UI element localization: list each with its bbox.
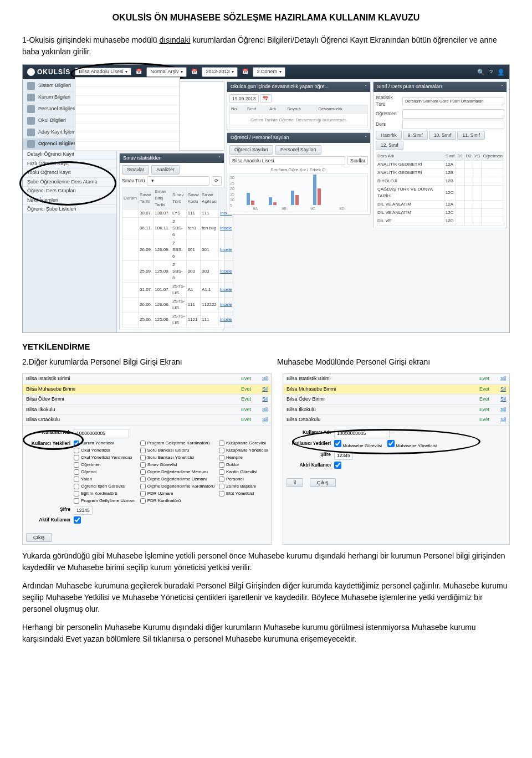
istatistik-select[interactable]: Derslerin Sınıflara Göre Puan Ortalamala… [402,97,504,105]
school-option[interactable]: Bilsa Muhasebe Birimi [75,114,180,124]
year-select[interactable]: 2012-2013 [202,67,238,77]
sidebar-subitem[interactable]: Nakil İşlemleri [23,196,116,206]
school-option[interactable]: Bilsa Ölçme Değerlendirme Birimi [75,142,180,151]
school-option[interactable]: Bilsa İlkokulu [75,96,180,105]
role-checkbox[interactable]: Hemşire [219,454,268,461]
chart-school-select[interactable]: Bilsa Anadolu Lisesi [229,156,345,166]
role-checkbox[interactable]: Program Geliştirme Kordinatörü [140,440,214,447]
ders-select[interactable] [402,120,504,129]
school-option[interactable]: Bilsa Ödev Birimi [75,132,180,142]
role-checkbox[interactable]: Zümre Başkanı [219,483,268,490]
user-icon[interactable]: 👤 [497,68,505,77]
sil-link[interactable]: Sil [493,374,509,384]
devamsiz-table: NoSınıfAdıSoyadıDevamsızlık Girilen Tari… [229,105,368,127]
role-checkbox[interactable]: Kantin Görevlisi [219,469,268,475]
table-header: No [230,105,246,114]
role-checkbox[interactable]: Etüt Yöneticisi [219,490,268,497]
role-checkbox[interactable]: Soru Bankası Editörü [140,447,214,454]
help-icon[interactable]: ? [489,68,493,77]
tab-analizler[interactable]: Analizler [151,165,180,175]
role-checkbox[interactable]: Program Geliştirme Uzmanı [74,498,136,504]
sidebar-subitem[interactable]: Toplu Öğrenci Kayıt [23,168,116,178]
kullanici-adi-input[interactable]: 10000000005 [334,429,390,438]
role-checkbox[interactable]: Öğrenci İşleri Görevlisi [74,483,136,490]
tab-ogrenci-sayilari[interactable]: Öğrenci Sayıları [229,145,273,155]
okulsis-app-screenshot: OKULSİS Bilsa Anadolu Lisesi Bilsa Anado… [22,64,510,333]
role-checkbox[interactable]: Yalan [74,476,136,483]
sil-link[interactable]: Sil [493,415,509,426]
puan-tab[interactable]: 9. Sınıf [403,131,428,140]
role-checkbox[interactable]: Sınav Görevlisi [140,462,214,468]
il-button[interactable]: il [287,478,303,487]
role-checkbox[interactable]: Okul Yöneticisi [74,447,136,454]
table-header: Sınıf [245,105,268,114]
archive-select[interactable]: Normal Arşiv [146,67,187,77]
role-checkbox[interactable]: Öğretmen [74,462,136,468]
school-dropdown-list[interactable]: Bilsa Anadolu LisesiBilsa AnaokuluBilsa … [75,77,180,151]
date-input[interactable]: 19.09.2013 [229,94,259,104]
puan-tab[interactable]: Hazırlık [376,131,402,140]
school-option[interactable]: Bilsa İstatistik Birimi [75,105,180,115]
sidebar-subitem[interactable]: Detaylı Öğrenci Kayıt [23,150,116,160]
role-checkbox[interactable]: Muhasebe Yöneticisi [387,440,437,449]
sil-link[interactable]: Sil [254,415,271,426]
search-icon[interactable]: 🔍 [477,68,485,77]
collapse-icon[interactable]: ˄ [365,135,367,141]
cikis-button[interactable]: Çıkış [26,533,52,542]
sinav-turu-select[interactable]: ▾ [147,176,209,186]
role-checkbox[interactable]: Muhasebe Görevlisi [334,440,382,449]
role-checkbox[interactable]: Doktor [219,462,268,468]
ogretmen-select[interactable] [402,109,504,119]
role-checkbox[interactable]: Kurum Yöneticisi [74,440,136,447]
sifre-input[interactable]: 12345 [334,451,353,460]
role-checkbox[interactable]: Eğitim Kordinatörü [74,490,136,497]
role-checkbox[interactable]: Okul Yöneticisi Yardımcısı [74,454,136,461]
sifre-input[interactable]: 12345 [74,506,93,515]
role-checkbox[interactable]: Kütüphane Yöneticisi [219,447,268,454]
role-checkbox[interactable]: Soru Bankası Yöneticisi [140,454,214,461]
sidebar-subitem[interactable]: Şube Öğrencilerine Ders Atama [23,178,116,187]
sil-link[interactable]: Sil [254,395,271,405]
school-option[interactable]: Bilsa Ortaokulu [75,124,180,133]
role-checkbox[interactable]: Ölçme Değerlendirme Uzmanı [140,476,214,483]
calendar-icon: 📅 [242,68,248,76]
kullanici-adi-input[interactable]: 10000000005 [74,429,129,438]
school-option[interactable]: Bilsa Anaokulu [75,87,180,96]
collapse-icon[interactable]: ˄ [218,155,221,162]
tab-personel-sayilari[interactable]: Personel Sayıları [275,145,321,155]
role-checkbox[interactable]: PDR Kordinatörü [140,498,214,504]
role-checkbox[interactable]: Ölçme Değerlendirme Kordinatörü [140,483,214,490]
sil-link[interactable]: Sil [493,395,509,405]
table-header: D2 [464,152,473,161]
aktif-checkbox[interactable] [334,462,341,469]
paragraph-1: Yukarda göründüğü gibi Muhasebe İşlemine… [22,550,510,573]
role-checkbox[interactable]: Kütüphane Görevlisi [219,440,268,447]
sil-link[interactable]: Sil [254,374,271,384]
collapse-icon[interactable]: ˄ [501,84,503,90]
role-checkbox[interactable]: Ölçme Değerlendirme Memuru [140,469,214,475]
chart-group-select[interactable]: Sınıflar [347,156,368,166]
sil-link[interactable]: Sil [254,404,271,415]
role-checkbox[interactable]: Öğrenci [74,469,136,475]
role-checkbox[interactable]: PDR Uzmanı [140,490,214,497]
puan-tab[interactable]: 11. Sınıf [457,131,485,140]
sil-link[interactable]: Sil [493,404,509,415]
sidebar-subitem[interactable]: Öğrenci Ders Grupları [23,187,116,196]
sil-link[interactable]: Sil [493,384,509,395]
sidebar-subitem[interactable]: Hızlı Öğrenci Kayıt [23,160,116,169]
role-checkbox[interactable]: Personel [219,476,268,483]
aktif-checkbox[interactable] [74,516,81,524]
puan-tab[interactable]: 12. Sınıf [376,141,403,150]
tab-sinavlar[interactable]: Sınavlar [122,165,149,175]
puan-tab[interactable]: 10. Sınıf [429,131,457,140]
cikis-button[interactable]: Çıkış [310,478,336,487]
school-select[interactable]: Bilsa Anadolu Lisesi [75,68,131,75]
table-header: Sınıf [444,152,456,161]
school-option[interactable]: Bilsa Anadolu Lisesi [75,78,180,87]
sil-link[interactable]: Sil [254,384,271,395]
date-picker-icon[interactable]: 📅 [260,94,272,104]
collapse-icon[interactable]: ˄ [365,84,367,90]
sinav-refresh-icon[interactable]: ⟳ [212,176,222,186]
sidebar-subitem[interactable]: Öğrenci Şube Listeleri [23,205,116,214]
term-select[interactable]: 2.Dönem [253,67,285,77]
